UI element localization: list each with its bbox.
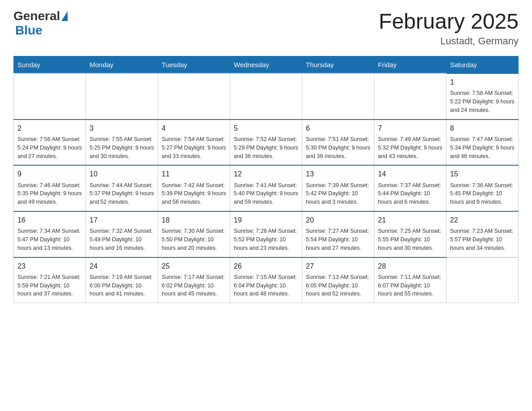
calendar-cell: 21Sunrise: 7:25 AM Sunset: 5:55 PM Dayli…: [374, 211, 446, 257]
day-number: 3: [90, 124, 154, 133]
calendar-cell: [14, 73, 86, 120]
calendar-cell: [230, 73, 302, 120]
calendar-cell: [374, 73, 446, 120]
day-number: 18: [162, 215, 226, 225]
day-number: 16: [17, 215, 82, 225]
logo-line1: General: [13, 9, 68, 23]
weekday-header-wednesday: Wednesday: [230, 56, 302, 74]
logo: General Blue: [13, 9, 68, 38]
calendar-cell: 8Sunrise: 7:47 AM Sunset: 5:34 PM Daylig…: [446, 120, 519, 166]
calendar-cell: 22Sunrise: 7:23 AM Sunset: 5:57 PM Dayli…: [446, 211, 519, 257]
day-number: 10: [90, 169, 154, 179]
day-number: 21: [378, 215, 442, 225]
week-row-2: 2Sunrise: 7:56 AM Sunset: 5:24 PM Daylig…: [14, 120, 519, 166]
calendar-cell: 5Sunrise: 7:52 AM Sunset: 5:29 PM Daylig…: [230, 120, 302, 166]
day-info: Sunrise: 7:44 AM Sunset: 5:37 PM Dayligh…: [90, 181, 154, 206]
calendar-cell: 19Sunrise: 7:28 AM Sunset: 5:52 PM Dayli…: [230, 211, 302, 257]
calendar-cell: 10Sunrise: 7:44 AM Sunset: 5:37 PM Dayli…: [86, 165, 158, 211]
day-info: Sunrise: 7:21 AM Sunset: 5:59 PM Dayligh…: [17, 273, 82, 298]
day-number: 22: [450, 215, 515, 225]
calendar-cell: 1Sunrise: 7:58 AM Sunset: 5:22 PM Daylig…: [446, 73, 519, 120]
calendar-cell: [446, 257, 519, 303]
calendar-cell: 6Sunrise: 7:51 AM Sunset: 5:30 PM Daylig…: [302, 120, 374, 166]
calendar-cell: 9Sunrise: 7:46 AM Sunset: 5:35 PM Daylig…: [14, 165, 86, 211]
day-number: 28: [378, 261, 442, 271]
calendar-body: 1Sunrise: 7:58 AM Sunset: 5:22 PM Daylig…: [14, 73, 519, 303]
calendar-cell: [86, 73, 158, 120]
title-block: February 2025 Lustadt, Germany: [379, 9, 519, 47]
weekday-row: SundayMondayTuesdayWednesdayThursdayFrid…: [14, 56, 519, 74]
calendar-cell: 7Sunrise: 7:49 AM Sunset: 5:32 PM Daylig…: [374, 120, 446, 166]
weekday-header-saturday: Saturday: [446, 56, 519, 74]
calendar-cell: 27Sunrise: 7:13 AM Sunset: 6:05 PM Dayli…: [302, 257, 374, 303]
day-info: Sunrise: 7:46 AM Sunset: 5:35 PM Dayligh…: [17, 181, 82, 206]
day-number: 12: [234, 169, 298, 179]
calendar-table: SundayMondayTuesdayWednesdayThursdayFrid…: [13, 56, 519, 303]
day-number: 8: [450, 124, 515, 133]
day-number: 6: [306, 124, 370, 133]
logo-general-text: General: [13, 9, 60, 23]
day-info: Sunrise: 7:11 AM Sunset: 6:07 PM Dayligh…: [378, 273, 442, 298]
calendar-cell: 20Sunrise: 7:27 AM Sunset: 5:54 PM Dayli…: [302, 211, 374, 257]
calendar-cell: 16Sunrise: 7:34 AM Sunset: 5:47 PM Dayli…: [14, 211, 86, 257]
day-number: 25: [162, 261, 226, 271]
calendar-cell: 2Sunrise: 7:56 AM Sunset: 5:24 PM Daylig…: [14, 120, 86, 166]
day-number: 13: [306, 169, 370, 179]
weekday-header-friday: Friday: [374, 56, 446, 74]
day-info: Sunrise: 7:47 AM Sunset: 5:34 PM Dayligh…: [450, 135, 515, 160]
day-info: Sunrise: 7:51 AM Sunset: 5:30 PM Dayligh…: [306, 135, 370, 160]
day-number: 17: [90, 215, 154, 225]
calendar-cell: 28Sunrise: 7:11 AM Sunset: 6:07 PM Dayli…: [374, 257, 446, 303]
calendar-cell: 12Sunrise: 7:41 AM Sunset: 5:40 PM Dayli…: [230, 165, 302, 211]
weekday-header-thursday: Thursday: [302, 56, 374, 74]
day-number: 2: [17, 124, 82, 133]
calendar-cell: 3Sunrise: 7:55 AM Sunset: 5:25 PM Daylig…: [86, 120, 158, 166]
day-info: Sunrise: 7:42 AM Sunset: 5:39 PM Dayligh…: [162, 181, 226, 206]
day-info: Sunrise: 7:55 AM Sunset: 5:25 PM Dayligh…: [90, 135, 154, 160]
day-info: Sunrise: 7:32 AM Sunset: 5:49 PM Dayligh…: [90, 227, 154, 252]
day-number: 11: [162, 169, 226, 179]
day-info: Sunrise: 7:49 AM Sunset: 5:32 PM Dayligh…: [378, 135, 442, 160]
day-info: Sunrise: 7:39 AM Sunset: 5:42 PM Dayligh…: [306, 181, 370, 206]
day-info: Sunrise: 7:34 AM Sunset: 5:47 PM Dayligh…: [17, 227, 82, 252]
calendar-cell: 11Sunrise: 7:42 AM Sunset: 5:39 PM Dayli…: [158, 165, 230, 211]
day-info: Sunrise: 7:27 AM Sunset: 5:54 PM Dayligh…: [306, 227, 370, 252]
calendar-cell: 25Sunrise: 7:17 AM Sunset: 6:02 PM Dayli…: [158, 257, 230, 303]
weekday-header-tuesday: Tuesday: [158, 56, 230, 74]
day-number: 4: [162, 124, 226, 133]
day-number: 15: [450, 169, 515, 179]
calendar-cell: 24Sunrise: 7:19 AM Sunset: 6:00 PM Dayli…: [86, 257, 158, 303]
day-number: 14: [378, 169, 442, 179]
day-number: 27: [306, 261, 370, 271]
day-number: 5: [234, 124, 298, 133]
day-number: 19: [234, 215, 298, 225]
calendar-cell: [302, 73, 374, 120]
day-info: Sunrise: 7:56 AM Sunset: 5:24 PM Dayligh…: [17, 135, 82, 160]
calendar-cell: 18Sunrise: 7:30 AM Sunset: 5:50 PM Dayli…: [158, 211, 230, 257]
day-info: Sunrise: 7:19 AM Sunset: 6:00 PM Dayligh…: [90, 273, 154, 298]
week-row-3: 9Sunrise: 7:46 AM Sunset: 5:35 PM Daylig…: [14, 165, 519, 211]
day-number: 20: [306, 215, 370, 225]
day-info: Sunrise: 7:30 AM Sunset: 5:50 PM Dayligh…: [162, 227, 226, 252]
logo-blue-text: Blue: [15, 23, 43, 38]
day-info: Sunrise: 7:23 AM Sunset: 5:57 PM Dayligh…: [450, 227, 515, 252]
day-info: Sunrise: 7:28 AM Sunset: 5:52 PM Dayligh…: [234, 227, 298, 252]
calendar-cell: [158, 73, 230, 120]
calendar-cell: 14Sunrise: 7:37 AM Sunset: 5:44 PM Dayli…: [374, 165, 446, 211]
day-number: 1: [450, 77, 515, 87]
logo-triangle-icon: [61, 11, 68, 21]
day-number: 9: [17, 169, 82, 179]
day-info: Sunrise: 7:17 AM Sunset: 6:02 PM Dayligh…: [162, 273, 226, 298]
day-info: Sunrise: 7:58 AM Sunset: 5:22 PM Dayligh…: [450, 89, 515, 114]
day-info: Sunrise: 7:13 AM Sunset: 6:05 PM Dayligh…: [306, 273, 370, 298]
calendar-subtitle: Lustadt, Germany: [379, 35, 519, 47]
day-info: Sunrise: 7:41 AM Sunset: 5:40 PM Dayligh…: [234, 181, 298, 206]
day-info: Sunrise: 7:54 AM Sunset: 5:27 PM Dayligh…: [162, 135, 226, 160]
day-info: Sunrise: 7:37 AM Sunset: 5:44 PM Dayligh…: [378, 181, 442, 206]
calendar-header: SundayMondayTuesdayWednesdayThursdayFrid…: [14, 56, 519, 74]
day-info: Sunrise: 7:15 AM Sunset: 6:04 PM Dayligh…: [234, 273, 298, 298]
week-row-1: 1Sunrise: 7:58 AM Sunset: 5:22 PM Daylig…: [14, 73, 519, 120]
day-number: 24: [90, 261, 154, 271]
weekday-header-sunday: Sunday: [14, 56, 86, 74]
calendar-title: February 2025: [379, 9, 519, 34]
